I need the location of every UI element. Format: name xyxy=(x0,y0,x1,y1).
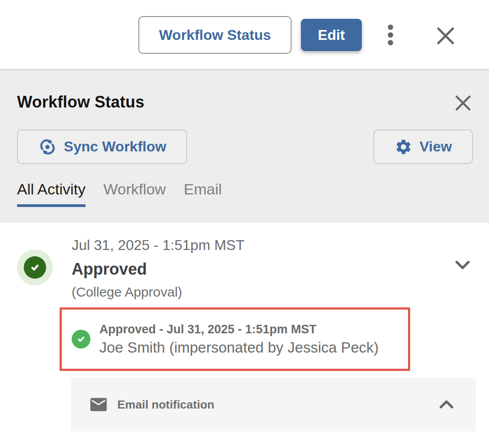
panel-title: Workflow Status xyxy=(17,93,144,112)
edit-button[interactable]: Edit xyxy=(301,19,362,51)
email-notification-label: Email notification xyxy=(117,398,214,412)
tab-all-activity[interactable]: All Activity xyxy=(17,181,86,207)
envelope-icon xyxy=(89,395,108,414)
kebab-menu-icon[interactable] xyxy=(379,21,402,49)
panel-close-icon[interactable] xyxy=(451,92,475,114)
gear-icon xyxy=(395,138,412,156)
view-button-label: View xyxy=(420,138,452,155)
check-circle-green-icon xyxy=(72,330,90,349)
chevron-up-icon[interactable] xyxy=(436,394,457,415)
approval-summary: Approved - Jul 31, 2025 - 1:51pm MST xyxy=(99,323,379,336)
sync-icon xyxy=(38,138,57,156)
approved-status-badge xyxy=(17,250,53,285)
tab-workflow[interactable]: Workflow xyxy=(103,181,166,207)
close-icon[interactable] xyxy=(431,22,460,50)
workflow-status-button[interactable]: Workflow Status xyxy=(138,16,292,54)
check-circle-dark-icon xyxy=(24,256,46,279)
workflow-status-panel: Workflow Status Sync Workflow xyxy=(0,69,489,223)
view-button[interactable]: View xyxy=(373,129,473,164)
activity-timestamp: Jul 31, 2025 - 1:51pm MST xyxy=(72,237,244,254)
chevron-down-icon[interactable] xyxy=(450,255,475,276)
approval-actor: Joe Smith (impersonated by Jessica Peck) xyxy=(99,339,379,356)
workflow-status-screen: Workflow Status Edit Workflow Status xyxy=(0,0,489,448)
activity-tabs: All Activity Workflow Email xyxy=(17,181,222,207)
email-notification-row[interactable]: Email notification xyxy=(71,378,476,431)
sync-workflow-button[interactable]: Sync Workflow xyxy=(17,129,187,164)
activity-step-name: (College Approval) xyxy=(72,284,182,300)
activity-feed: Jul 31, 2025 - 1:51pm MST Approved (Coll… xyxy=(0,223,489,448)
sync-workflow-label: Sync Workflow xyxy=(64,138,167,155)
top-bar: Workflow Status Edit xyxy=(0,0,489,70)
tab-email[interactable]: Email xyxy=(184,181,222,207)
activity-status-title: Approved xyxy=(72,260,147,279)
approval-detail-highlight: Approved - Jul 31, 2025 - 1:51pm MST Joe… xyxy=(60,307,410,371)
